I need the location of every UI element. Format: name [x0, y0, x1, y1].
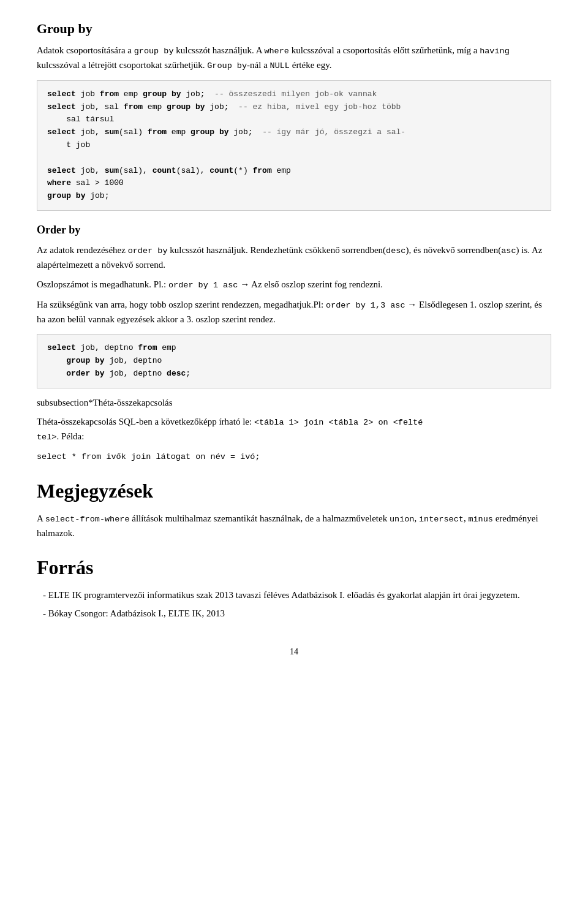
groupby-intro-text3: kulcsszóval a csoportosítás előtt szűrhe… — [289, 45, 480, 55]
groupby-intro-paragraph: Adatok csoportosítására a group by kulcs… — [37, 44, 551, 73]
orderby-text5: Oszlopszámot is megadhatunk. Pl.: — [37, 279, 168, 289]
theta-title: subsubsection*Théta-összekapcsolás — [37, 398, 173, 407]
section-title-groupby: Group by — [37, 18, 551, 39]
theta-text2: . Példa: — [56, 431, 84, 441]
select-from-where-code: select-from-where — [45, 515, 130, 524]
orderby-arrow: → — [238, 279, 251, 289]
having-keyword: having — [480, 47, 510, 56]
intersect-code: intersect — [419, 515, 464, 524]
megjegyzesek-text2: állítások multihalmaz szemantikát haszná… — [130, 513, 390, 523]
minus-code: minus — [468, 515, 493, 524]
source-item-2: Bókay Csongor: Adatbázisok I., ELTE IK, … — [43, 607, 551, 621]
desc-keyword: desc — [386, 246, 405, 256]
order-example1: order by 1 asc — [168, 281, 238, 290]
asc-keyword: asc — [501, 246, 516, 256]
page-content: Group by Adatok csoportosítására a group… — [37, 18, 551, 658]
megjegyzesek-text3: , — [414, 513, 419, 523]
megjegyzesek-paragraph: A select-from-where állítások multihalma… — [37, 512, 551, 540]
groupby-intro-text1: Adatok csoportosítására a — [37, 45, 134, 55]
theta-example-paragraph: select * from ivők join látogat on név =… — [37, 449, 551, 464]
groupby-null-intro: Group by-nál a NULL értéke egy. — [207, 60, 331, 70]
theta-text1: Théta-összekapcsolás SQL-ben a következő… — [37, 417, 254, 426]
orderby-multicolumn-paragraph: Ha szükségünk van arra, hogy tobb oszlop… — [37, 297, 551, 327]
section-title-forras: Forrás — [37, 553, 551, 582]
groupby-kw2: Group by — [207, 61, 247, 70]
orderby-columns-paragraph: Oszlopszámot is megadhatunk. Pl.: order … — [37, 277, 551, 292]
orderby-text6: Az első oszlop szerint fog rendezni. — [251, 279, 383, 289]
theta-example-code: select * from ivők join látogat on név =… — [37, 452, 260, 461]
source-item-1: ELTE IK programtervezői informatikus sza… — [43, 588, 551, 602]
code-block-orderby: select job, deptno from emp group by job… — [37, 334, 551, 388]
groupby-intro-text4: kulcsszóval a létrejött csoportokat szűr… — [37, 60, 207, 70]
orderby-intro-paragraph: Az adatok rendezéséhez order by kulcsszó… — [37, 243, 551, 272]
orderby-arrow2: → — [405, 300, 420, 309]
order-example2: order by 1,3 asc — [326, 301, 405, 310]
null-kw: NULL — [270, 61, 290, 70]
code-block-groupby: select job from emp group by job; -- öss… — [37, 80, 551, 211]
orderby-text2: kulcsszót használjuk. Rendezhetünk csökk… — [167, 245, 386, 255]
groupby-intro-text2: kulcsszót használjuk. A — [174, 45, 265, 55]
union-code: union — [390, 515, 415, 524]
theta-subsection-label: subsubsection*Théta-összekapcsolás — [37, 396, 551, 410]
orderby-text1: Az adatok rendezéséhez — [37, 245, 128, 255]
groupby-keyword: group by — [134, 47, 174, 56]
orderby-text7: Ha szükségünk van arra, hogy tobb oszlop… — [37, 300, 326, 309]
page-number: 14 — [37, 645, 551, 658]
megjegyzesek-text1: A — [37, 513, 45, 523]
orderby-text3: ), és növekvő sorrendben( — [405, 245, 501, 255]
where-keyword: where — [264, 47, 289, 56]
theta-text-paragraph: Théta-összekapcsolás SQL-ben a következő… — [37, 415, 551, 444]
source-list: ELTE IK programtervezői informatikus sza… — [43, 588, 551, 621]
orderby-keyword: order by — [128, 246, 168, 256]
section-title-megjegyzesek: Megjegyzések — [37, 476, 551, 506]
section-title-orderby: Order by — [37, 222, 551, 238]
